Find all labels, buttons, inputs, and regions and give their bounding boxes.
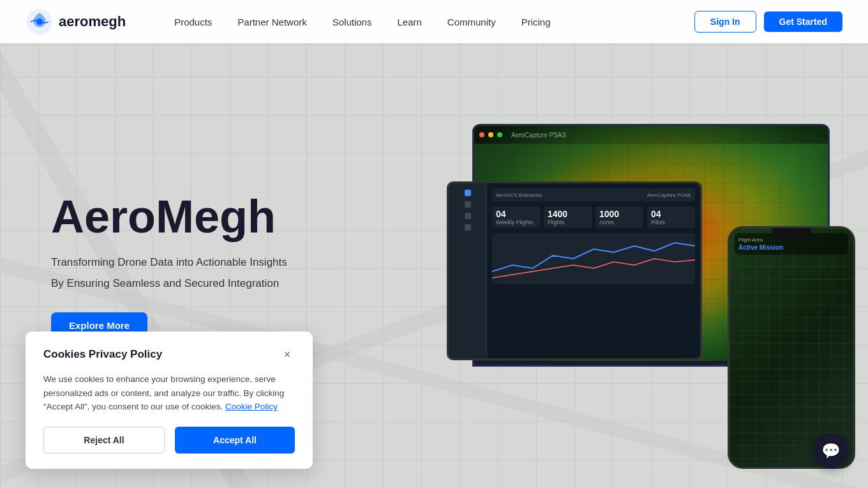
cookie-body: We use cookies to enhance your browsing …: [43, 372, 295, 414]
signin-button[interactable]: Sign In: [694, 11, 756, 33]
phone-device: Flight Area Active Mission: [728, 226, 855, 469]
cookie-close-button[interactable]: ×: [280, 347, 295, 362]
navbar: aeromegh Products Partner Network Soluti…: [0, 0, 868, 43]
hero-title: AeroMegh: [51, 193, 287, 241]
phone-notch: [772, 228, 811, 238]
hero-devices: AeroCapture PSAS AeroDCS: [434, 105, 868, 488]
sidebar-item-4: [465, 224, 471, 231]
stat-label-3: Acres: [599, 219, 640, 225]
cookie-banner: Cookies Privacy Policy × We use cookies …: [26, 332, 313, 469]
logo-icon: [26, 8, 54, 36]
sidebar-item-3: [465, 213, 471, 219]
tablet-main: AeroDCS Enterprise AeroCapture FOAK 04 W…: [487, 183, 700, 358]
hero-subtitle: Transforming Drone Data into Actionable …: [51, 254, 287, 271]
phone-map: [730, 228, 853, 467]
tablet-device: AeroDCS Enterprise AeroCapture FOAK 04 W…: [447, 181, 702, 360]
logo-text: aeromegh: [59, 13, 126, 30]
chat-button[interactable]: 💬: [813, 433, 849, 469]
cookie-policy-link[interactable]: Cookie Policy: [225, 402, 278, 411]
reject-all-button[interactable]: Reject All: [43, 427, 165, 454]
chart-svg: [492, 233, 695, 284]
sidebar-item-1: [465, 190, 471, 196]
nav-link-solutions[interactable]: Solutions: [322, 11, 382, 33]
nav-actions: Sign In Get Started: [694, 11, 842, 33]
sidebar-item-2: [465, 201, 471, 208]
hero-content: AeroMegh Transforming Drone Data into Ac…: [51, 193, 287, 339]
tablet-header: AeroDCS Enterprise AeroCapture FOAK: [492, 188, 695, 201]
stat-num-3: 1000: [599, 209, 640, 219]
stat-label-2: Flights: [548, 219, 588, 225]
phone-map-grid: [730, 228, 853, 467]
nav-link-products[interactable]: Products: [164, 11, 222, 33]
tablet-subtitle: AeroCapture FOAK: [647, 192, 691, 198]
nav-link-learn[interactable]: Learn: [387, 11, 431, 33]
accept-all-button[interactable]: Accept All: [175, 427, 295, 454]
tablet-screen: AeroDCS Enterprise AeroCapture FOAK 04 W…: [449, 183, 700, 358]
chat-icon: 💬: [821, 442, 841, 460]
cookie-header: Cookies Privacy Policy ×: [43, 347, 295, 362]
getstarted-button[interactable]: Get Started: [764, 11, 842, 32]
stat-label-1: Weekly Flights: [496, 219, 536, 225]
stats-row: 04 Weekly Flights 1400 Flights 1000 Acre…: [492, 206, 695, 228]
phone-screen: Flight Area Active Mission: [730, 228, 853, 467]
hero-subtitle2: By Ensuring Seamless and Secured Integra…: [51, 275, 287, 292]
nav-link-community[interactable]: Community: [437, 11, 506, 33]
stat-flights: 04 Weekly Flights: [492, 206, 540, 228]
chart-area: [492, 233, 695, 284]
stat-acres: 1000 Acres: [595, 206, 643, 228]
tablet-sidebar: [449, 183, 487, 358]
nav-links: Products Partner Network Solutions Learn…: [164, 11, 694, 33]
cookie-title: Cookies Privacy Policy: [43, 348, 162, 361]
tablet-title: AeroDCS Enterprise: [496, 192, 542, 198]
stat-num-1: 04: [496, 209, 536, 219]
stat-count: 1400 Flights: [544, 206, 592, 228]
nav-link-pricing[interactable]: Pricing: [511, 11, 561, 33]
phone-overlay-value: Active Mission: [738, 244, 844, 251]
logo-link[interactable]: aeromegh: [26, 8, 126, 36]
stat-pilots: 04 Pilots: [647, 206, 695, 228]
cookie-actions: Reject All Accept All: [43, 427, 295, 454]
stat-num-2: 1400: [548, 209, 588, 219]
stat-label-4: Pilots: [651, 219, 691, 225]
nav-link-partner-network[interactable]: Partner Network: [227, 11, 317, 33]
stat-num-4: 04: [651, 209, 691, 219]
